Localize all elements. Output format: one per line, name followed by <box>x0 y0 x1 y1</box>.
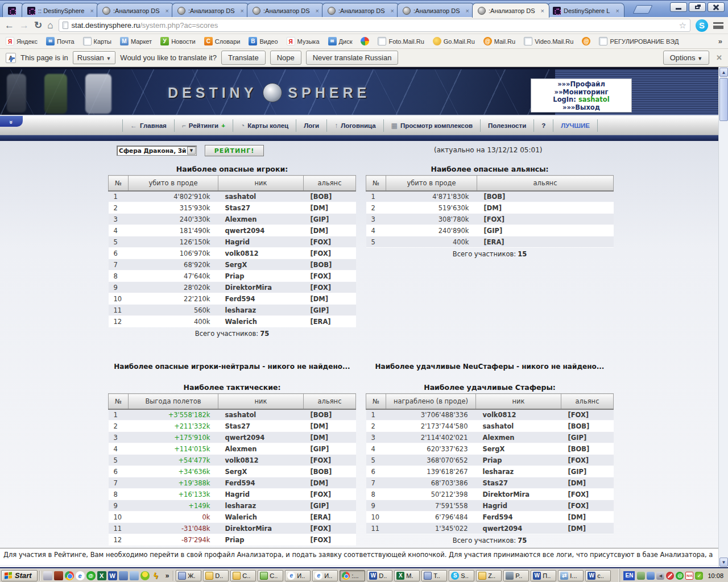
alliance-link[interactable]: [ERA] <box>304 512 356 523</box>
browser-tab[interactable]: DestinySphere L× <box>547 3 624 18</box>
nav-item-карты-колец[interactable]: ◔Карты колец <box>233 119 296 132</box>
taskbar-button[interactable]: ⇄I... <box>558 570 584 581</box>
player-link[interactable]: Hagrid <box>218 236 304 248</box>
bookmark-item[interactable]: Карты <box>83 37 111 45</box>
bookmark-star-icon[interactable]: ☆ <box>679 20 686 31</box>
alliance-link[interactable]: [ERA] <box>477 236 614 248</box>
tab-close-icon[interactable]: × <box>315 7 320 14</box>
language-indicator[interactable]: EN <box>623 571 635 580</box>
bookmark-item[interactable]: ВВидео <box>249 37 278 45</box>
alliance-link[interactable]: [FOX] <box>304 282 356 293</box>
player-link[interactable]: Stas27 <box>218 202 304 214</box>
browser-tab[interactable]: :Анализатор DS× <box>397 3 474 18</box>
word-icon[interactable]: W <box>108 571 117 580</box>
player-link[interactable]: Priap <box>476 455 561 466</box>
alliance-link[interactable]: [DM] <box>304 421 356 432</box>
player-link[interactable]: Walerich <box>218 316 304 327</box>
player-link[interactable]: Stas27 <box>218 421 304 432</box>
nav-item-?[interactable]: ? <box>534 119 553 132</box>
alliance-link[interactable]: [DM] <box>304 293 356 305</box>
menu-icon[interactable] <box>713 22 723 29</box>
nav-item-логовница[interactable]: ↑Логовница <box>327 119 383 132</box>
taskbar-button[interactable]: Z.. <box>476 570 502 581</box>
player-link[interactable]: Hagrid <box>218 489 304 500</box>
excel-icon[interactable]: X <box>97 571 106 580</box>
translate-close-icon[interactable]: ✕ <box>716 53 722 62</box>
taskbar-button[interactable]: WП.. <box>531 570 556 581</box>
alliance-link[interactable]: [ERA] <box>304 316 356 327</box>
alliance-link[interactable]: [GIP] <box>304 500 356 512</box>
taskbar-button[interactable]: WD.. <box>367 570 392 581</box>
bookmark-item[interactable]: ✉Диск <box>328 37 353 45</box>
never-translate-button[interactable]: Never translate Russian <box>306 51 399 65</box>
restore-button[interactable] <box>689 2 706 12</box>
minimize-button[interactable] <box>670 2 687 12</box>
player-link[interactable]: Priap <box>218 271 304 282</box>
start-button[interactable]: Start <box>1 570 38 581</box>
alliance-link[interactable]: [FOX] <box>304 248 356 259</box>
alliance-link[interactable]: [GIP] <box>477 225 614 236</box>
alliance-link[interactable]: [DM] <box>304 202 356 214</box>
alliance-link[interactable]: [GIP] <box>304 214 356 225</box>
volume-tray-icon[interactable]: ◄ <box>656 572 664 580</box>
nav-item-логи[interactable]: Логи <box>296 119 327 132</box>
punto-tray-icon[interactable] <box>637 572 645 580</box>
tab-close-icon[interactable]: × <box>390 7 395 14</box>
taskbar-button[interactable]: eИ.. <box>312 570 338 581</box>
nav-item-рейтинги[interactable]: ⌐Рейтинги+ <box>175 119 233 132</box>
lightning-icon[interactable]: ϟ <box>151 571 160 580</box>
ie-icon[interactable]: e <box>76 571 85 580</box>
translate-button[interactable]: Translate <box>221 51 266 65</box>
alliance-link[interactable]: [DM] <box>561 477 614 489</box>
sphere-select[interactable]: Сфера Дракона, 3й ур. ▼ <box>117 146 197 156</box>
taskbar-button[interactable]: Ж. <box>176 570 201 581</box>
alliance-link[interactable]: [BOB] <box>561 443 614 455</box>
bookmark-item[interactable]: ССловари <box>204 37 241 45</box>
taskbar-button[interactable]: D.. <box>203 570 229 581</box>
taskbar-button[interactable]: eИ.. <box>285 570 311 581</box>
bookmark-item[interactable]: РЕГУЛИРОВАНИЕ ВЭД <box>599 37 679 45</box>
alliance-link[interactable]: [BOB] <box>561 421 614 432</box>
check-tray-icon[interactable]: ✓ <box>695 572 703 580</box>
select-dropdown-icon[interactable]: ▼ <box>187 147 196 155</box>
translate-language-dropdown[interactable]: Russian ▼ <box>73 51 116 64</box>
bookmark-item[interactable]: ЯМузыка <box>287 37 320 45</box>
player-link[interactable]: volk0812 <box>476 409 561 421</box>
nav-item-главная[interactable]: ←Главная <box>122 119 175 132</box>
alliance-link[interactable]: [FOX] <box>304 271 356 282</box>
alliance-link[interactable]: [BOB] <box>304 466 356 477</box>
tab-close-icon[interactable]: × <box>465 7 470 14</box>
player-link[interactable]: Alexmen <box>476 432 561 443</box>
player-link[interactable]: sashatol <box>218 409 304 421</box>
scroll-up-icon[interactable]: ▲ <box>719 68 728 77</box>
outlook-icon[interactable] <box>119 571 128 580</box>
new-tab-button[interactable] <box>633 5 653 14</box>
pointer-icon[interactable] <box>54 571 63 580</box>
tab-close-icon[interactable]: × <box>164 7 170 14</box>
browser-tab[interactable]: :Анализатор DS× <box>247 3 324 18</box>
player-link[interactable]: DirektorMira <box>476 489 561 500</box>
taskbar-button[interactable]: XM. <box>394 570 420 581</box>
alliance-link[interactable]: [FOX] <box>561 489 614 500</box>
bookmark-item[interactable]: УНовости <box>160 37 196 45</box>
nav-item-просмотр-комплексов[interactable]: ▦Просмотр комплексов <box>384 119 481 132</box>
taskbar-button[interactable]: P.. <box>503 570 529 581</box>
alliance-link[interactable]: [DM] <box>304 225 356 236</box>
refresh-icon[interactable]: ↻ <box>34 20 42 30</box>
rating-button[interactable]: РЕЙТИНГ! <box>205 145 264 156</box>
alliance-link[interactable]: [DM] <box>477 202 614 214</box>
address-bar[interactable]: stat.destinysphere.ru/system.php?ac=scor… <box>59 19 690 32</box>
nav-item-лучшие[interactable]: ЛУЧШИЕ <box>553 119 598 132</box>
browser-tab[interactable]: :Анализатор DS× <box>97 3 174 18</box>
browser-tab[interactable]: :Анализатор DS× <box>172 3 249 18</box>
alliance-link[interactable]: [FOX] <box>304 236 356 248</box>
taskbar-button[interactable]: C.. <box>258 570 283 581</box>
browser-tab[interactable]: :Анализатор DS× <box>472 3 549 18</box>
alliance-link[interactable]: [GIP] <box>304 443 356 455</box>
browser-tab[interactable]: :: DestinySphere× <box>22 3 99 18</box>
taskbar-button[interactable]: Wc.. <box>585 570 611 581</box>
scroll-down-icon[interactable]: ▼ <box>719 558 728 567</box>
alliance-link[interactable]: [FOX] <box>304 534 356 546</box>
bookmarks-overflow-icon[interactable]: » <box>718 37 722 45</box>
player-link[interactable]: lesharaz <box>218 500 304 512</box>
